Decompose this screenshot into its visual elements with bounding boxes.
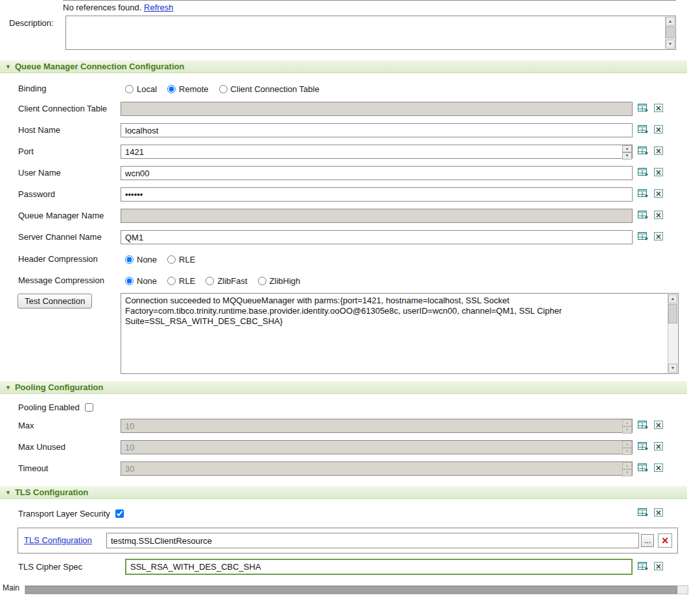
- message-compression-radio-group: None RLE ZlibFast ZlibHigh: [125, 274, 310, 287]
- field-row-pooling-enabled: Pooling Enabled: [0, 401, 700, 413]
- spinner-up-icon[interactable]: ▲: [622, 145, 632, 152]
- message-compression-none[interactable]: None: [125, 276, 157, 286]
- reset-field-icon[interactable]: [654, 463, 664, 472]
- section-header-queue-manager[interactable]: ▼ Queue Manager Connection Configuration: [0, 60, 687, 73]
- message-compression-radio-rle[interactable]: [167, 277, 176, 285]
- scroll-up-icon[interactable]: ▲: [668, 294, 677, 303]
- description-scrollbar[interactable]: ▲ ▼: [665, 17, 675, 49]
- binding-radio-remote[interactable]: [167, 85, 176, 93]
- field-row-port: Port ▲ ▼: [0, 145, 700, 160]
- binding-option-cct[interactable]: Client Connection Table: [219, 84, 320, 94]
- scroll-down-icon[interactable]: ▼: [668, 364, 677, 373]
- binding-option-remote[interactable]: Remote: [167, 84, 209, 94]
- reset-field-icon[interactable]: [654, 146, 664, 156]
- module-property-icon[interactable]: [638, 232, 648, 241]
- module-property-icon[interactable]: [638, 125, 648, 134]
- reset-field-icon[interactable]: [654, 168, 664, 177]
- max-input: [121, 419, 633, 433]
- no-references-text: No references found.: [63, 3, 141, 12]
- horizontal-scrollbar[interactable]: [25, 585, 688, 594]
- message-compression-label: Message Compression: [18, 274, 104, 287]
- port-label: Port: [18, 145, 34, 159]
- tls-configuration-box: TLS Configuration ... ✕: [18, 528, 678, 554]
- tls-configuration-input[interactable]: [106, 533, 639, 548]
- server-channel-name-input[interactable]: [121, 230, 633, 244]
- reset-field-icon[interactable]: [654, 562, 664, 571]
- module-property-icon[interactable]: [638, 168, 648, 177]
- header-compression-label: Header Compression: [18, 253, 98, 266]
- section-header-tls[interactable]: ▼ TLS Configuration: [0, 486, 687, 499]
- transport-layer-security-checkbox[interactable]: [115, 509, 124, 518]
- field-row-queue-manager-name: Queue Manager Name: [0, 209, 700, 224]
- binding-option-local[interactable]: Local: [125, 84, 157, 94]
- message-compression-radio-none[interactable]: [125, 277, 134, 285]
- header-compression-none[interactable]: None: [125, 255, 157, 264]
- message-compression-zlibhigh[interactable]: ZlibHigh: [258, 276, 301, 286]
- reset-field-icon[interactable]: [654, 125, 664, 134]
- scroll-up-icon[interactable]: ▲: [666, 17, 675, 26]
- reset-field-icon[interactable]: [654, 442, 664, 451]
- message-compression-radio-zlibfast[interactable]: [205, 277, 214, 285]
- scroll-down-icon[interactable]: ▼: [666, 40, 675, 49]
- spinner-down-icon[interactable]: ▼: [622, 152, 632, 159]
- test-connection-row: Test Connection Connection succeeded to …: [0, 293, 700, 376]
- main-tab-label[interactable]: Main: [3, 583, 19, 592]
- field-row-max: Max ▲ ▼: [0, 419, 700, 434]
- binding-radio-cct[interactable]: [219, 85, 228, 93]
- reset-field-icon[interactable]: [654, 104, 664, 113]
- reset-field-icon[interactable]: [654, 421, 664, 430]
- collapse-twisty-icon[interactable]: ▼: [5, 489, 11, 496]
- module-property-icon[interactable]: [638, 189, 648, 198]
- delete-tls-configuration-button[interactable]: ✕: [658, 533, 672, 548]
- message-compression-radio-zlibhigh[interactable]: [258, 277, 266, 285]
- reset-field-icon[interactable]: [654, 211, 664, 220]
- test-connection-result-box: Connection succeeded to MQQueueManager w…: [121, 293, 679, 374]
- message-compression-rle[interactable]: RLE: [167, 276, 195, 286]
- browse-button[interactable]: ...: [641, 534, 654, 547]
- result-scrollbar[interactable]: ▲ ▼: [668, 294, 677, 373]
- tls-configuration-link[interactable]: TLS Configuration: [24, 535, 92, 545]
- host-name-input[interactable]: [121, 123, 633, 137]
- message-compression-zlibfast[interactable]: ZlibFast: [205, 276, 247, 286]
- module-property-icon[interactable]: [638, 562, 648, 571]
- description-input[interactable]: [66, 16, 665, 49]
- header-compression-radio-none[interactable]: [125, 255, 134, 264]
- reset-field-icon[interactable]: [654, 189, 664, 198]
- collapse-twisty-icon[interactable]: ▼: [5, 64, 11, 70]
- module-property-icon[interactable]: [638, 146, 648, 156]
- header-compression-radio-rle[interactable]: [167, 255, 176, 264]
- field-row-server-channel-name: Server Channel Name: [0, 230, 700, 246]
- field-row-max-unused: Max Unused ▲ ▼: [0, 440, 700, 456]
- user-name-input[interactable]: [121, 166, 633, 180]
- section-header-pooling[interactable]: ▼ Pooling Configuration: [0, 381, 687, 394]
- field-row-timeout: Timeout ▲ ▼: [0, 461, 700, 477]
- module-property-icon[interactable]: [638, 104, 648, 113]
- module-property-icon[interactable]: [638, 508, 648, 517]
- pooling-enabled-checkbox[interactable]: [85, 403, 93, 412]
- header-compression-rle[interactable]: RLE: [167, 255, 195, 264]
- scroll-thumb[interactable]: [666, 27, 675, 38]
- module-property-icon[interactable]: [638, 211, 648, 220]
- timeout-input: [121, 461, 633, 476]
- section-title: Pooling Configuration: [15, 382, 103, 392]
- binding-radio-local[interactable]: [125, 85, 134, 93]
- collapse-twisty-icon[interactable]: ▼: [5, 384, 11, 391]
- references-top-border: [63, 0, 676, 1]
- horizontal-scroll-thumb[interactable]: [25, 586, 677, 594]
- binding-radio-group: Local Remote Client Connection Table: [125, 82, 330, 95]
- port-input[interactable]: [121, 145, 633, 159]
- client-connection-table-label: Client Connection Table: [18, 102, 107, 116]
- test-connection-button[interactable]: Test Connection: [18, 294, 92, 309]
- tls-cipher-spec-input[interactable]: [125, 559, 633, 575]
- module-property-icon[interactable]: [638, 463, 648, 472]
- password-input[interactable]: [121, 187, 633, 202]
- spinner-up-icon: ▲: [622, 419, 632, 426]
- module-property-icon[interactable]: [638, 442, 648, 451]
- scroll-thumb[interactable]: [668, 304, 677, 323]
- reset-field-icon[interactable]: [654, 232, 664, 241]
- module-property-icon[interactable]: [638, 421, 648, 430]
- field-row-client-connection-table: Client Connection Table: [0, 102, 700, 117]
- test-connection-result-text: Connection succeeded to MQQueueManager w…: [121, 294, 668, 373]
- refresh-link[interactable]: Refresh: [144, 3, 174, 12]
- reset-field-icon[interactable]: [654, 508, 664, 517]
